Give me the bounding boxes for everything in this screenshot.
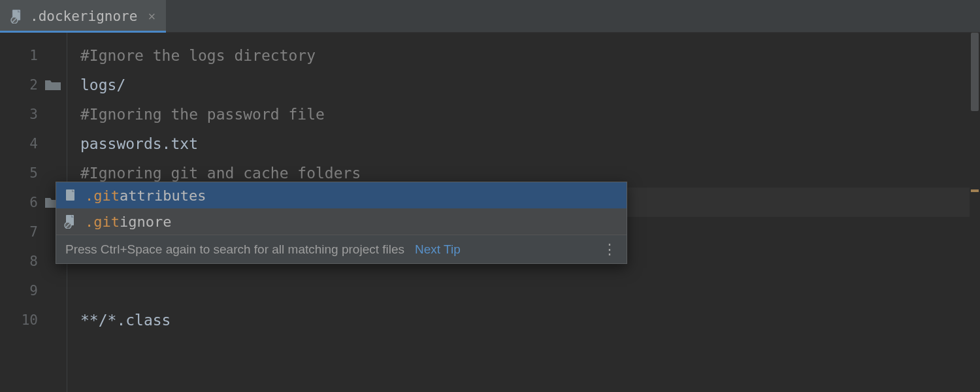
comment-text: #Ignoring git and cache folders (80, 165, 361, 182)
code-text: **/*.class (80, 312, 171, 329)
line-number: 7 (20, 224, 38, 240)
line-number: 1 (20, 48, 38, 63)
gutter-row: 2 (0, 70, 67, 99)
file-icon (64, 189, 77, 202)
autocomplete-popup: .gitattributes.gitignorePress Ctrl+Space… (56, 182, 627, 264)
next-tip-link[interactable]: Next Tip (415, 242, 461, 257)
line-number: 8 (20, 253, 38, 269)
gutter-row: 3 (0, 99, 67, 129)
code-line[interactable] (67, 276, 980, 305)
folder-icon (43, 78, 63, 91)
code-line[interactable]: **/*.class (67, 305, 980, 335)
code-line[interactable]: passwords.txt (67, 129, 980, 158)
line-number: 10 (20, 312, 38, 328)
gutter-row: 10 (0, 305, 67, 335)
code-line[interactable]: #Ignore the logs directory (67, 41, 980, 70)
comment-text: #Ignore the logs directory (80, 47, 316, 64)
line-number: 6 (20, 195, 38, 210)
autocomplete-hint: Press Ctrl+Space again to search for all… (65, 242, 404, 257)
scrollbar-thumb[interactable] (971, 33, 979, 111)
code-line[interactable]: #Ignoring the password file (67, 99, 980, 129)
line-number: 3 (20, 106, 38, 122)
autocomplete-item[interactable]: .gitignore (56, 208, 627, 235)
line-number: 2 (20, 77, 38, 93)
more-icon[interactable]: ⋮ (602, 241, 617, 258)
gutter-row: 1 (0, 41, 67, 70)
code-text: logs/ (80, 76, 125, 93)
close-icon[interactable]: × (148, 10, 155, 23)
comment-text: #Ignoring the password file (80, 106, 325, 123)
code-line[interactable]: logs/ (67, 70, 980, 99)
code-text: passwords.txt (80, 135, 198, 152)
line-number: 9 (20, 283, 38, 299)
tab-dockerignore[interactable]: .dockerignore × (0, 0, 166, 33)
autocomplete-item[interactable]: .gitattributes (56, 182, 627, 208)
autocomplete-footer: Press Ctrl+Space again to search for all… (56, 235, 627, 263)
file-ignore-icon (64, 214, 77, 229)
tab-bar: .dockerignore × (0, 0, 980, 33)
tab-label: .dockerignore (30, 8, 137, 24)
line-number: 4 (20, 136, 38, 152)
gutter-row: 9 (0, 276, 67, 305)
file-ignore-icon (10, 9, 24, 24)
vertical-scrollbar[interactable] (970, 33, 980, 392)
line-number: 5 (20, 165, 38, 181)
autocomplete-text: .gitignore (85, 214, 171, 230)
autocomplete-text: .gitattributes (85, 188, 206, 204)
scrollbar-mark (971, 189, 979, 192)
gutter-row: 4 (0, 129, 67, 158)
